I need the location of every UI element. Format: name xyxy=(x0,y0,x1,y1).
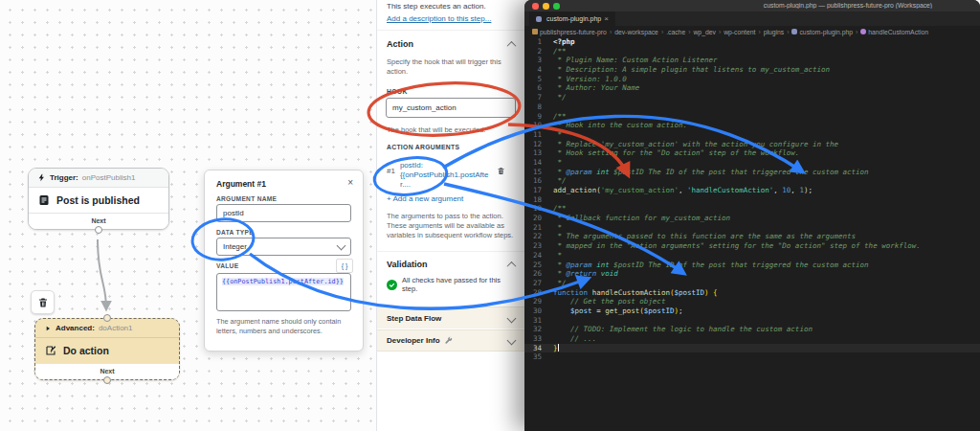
window-title: custom-plugin.php — publishpress-future-… xyxy=(524,2,980,9)
breadcrumb-item[interactable]: custom-plugin.php xyxy=(791,29,853,35)
breadcrumb-item[interactable]: dev-workspace xyxy=(614,29,658,35)
do-action-node-title: Advanced: xyxy=(56,324,95,332)
trigger-node-id: onPostPublish1 xyxy=(82,173,136,182)
tab-bar: custom-plugin.php × xyxy=(524,11,980,26)
code-editor[interactable]: 1<?php2/**3 * Plugin Name: Custom Action… xyxy=(524,37,980,431)
collapse-triangle-icon xyxy=(44,325,52,332)
action-arguments-label: ACTION ARGUMENTS xyxy=(387,144,515,150)
developer-info-section[interactable]: Developer Info xyxy=(377,329,524,352)
code-line[interactable]: 16 */ xyxy=(524,176,980,186)
delete-node-button[interactable] xyxy=(31,290,55,314)
breadcrumb-item[interactable]: .cache xyxy=(666,29,685,35)
code-line[interactable]: 14 * xyxy=(524,158,980,168)
line-number: 2 xyxy=(524,47,542,57)
argument-edit-link[interactable]: postId:{{onPostPublish1.postAfter.... xyxy=(400,161,492,190)
do-action-icon xyxy=(45,345,56,356)
line-number: 34 xyxy=(524,344,542,353)
chevron-down-icon xyxy=(507,313,517,323)
trigger-node[interactable]: Trigger: onPostPublish1 Post is publishe… xyxy=(28,168,169,230)
code-line[interactable]: 29 // Get the post object xyxy=(524,297,980,306)
do-action-node-body[interactable]: Do action xyxy=(35,338,179,363)
code-line[interactable]: 15 * @param int $postID The ID of the po… xyxy=(524,168,980,177)
code-line[interactable]: 30 $post = get_post($postID); xyxy=(524,306,980,316)
code-line[interactable]: 10 * Hook into the custom action. xyxy=(524,121,980,130)
tab-custom-plugin[interactable]: custom-plugin.php × xyxy=(529,11,615,26)
breadcrumb-item[interactable]: wp-content xyxy=(724,29,755,35)
code-line[interactable]: 27 */ xyxy=(524,279,980,288)
line-number: 35 xyxy=(524,352,542,362)
argument-name-input[interactable] xyxy=(216,204,351,222)
line-number: 24 xyxy=(524,251,542,261)
code-line[interactable]: 21 * xyxy=(524,223,980,233)
add-argument-link[interactable]: + Add a new argument xyxy=(387,194,515,203)
code-line[interactable]: 24 * xyxy=(524,251,980,261)
value-textarea[interactable]: {{onPostPublish1.postAfter.id}} xyxy=(216,273,351,311)
step-inspector-panel: This step executes an action. Add a desc… xyxy=(376,0,524,431)
code-line[interactable]: 6 * Author: Your Name xyxy=(524,83,980,93)
do-action-output-handle[interactable] xyxy=(103,376,111,384)
do-action-node[interactable]: Advanced: doAction1 Do action Next xyxy=(34,318,180,380)
code-line[interactable]: 34} xyxy=(524,344,980,353)
do-action-input-handle[interactable] xyxy=(103,314,111,322)
code-line[interactable]: 4 * Description: A simple plugin that li… xyxy=(524,65,980,75)
code-line[interactable]: 35 xyxy=(524,352,980,362)
code-line[interactable]: 20 * Callback function for my_custom_act… xyxy=(524,214,980,223)
argument-panel-title: Argument #1 xyxy=(216,179,351,189)
code-line[interactable]: 32 // TODO: Implement the logic to handl… xyxy=(524,325,980,334)
code-line[interactable]: 31 xyxy=(524,316,980,326)
code-line[interactable]: 1<?php xyxy=(524,37,980,47)
code-line[interactable]: 23 * mapped in the "Action arguments" se… xyxy=(524,241,980,251)
breadcrumb: publishpress-future-pro›dev-workspace›.c… xyxy=(524,26,980,37)
line-number: 12 xyxy=(524,140,542,149)
divider xyxy=(377,30,524,31)
code-line[interactable]: 28function handleCustomAction($postID) { xyxy=(524,288,980,298)
action-section-header[interactable]: Action xyxy=(387,39,515,49)
line-number: 22 xyxy=(524,232,542,241)
code-line[interactable]: 12 * Replace 'my_custom_action' with the… xyxy=(524,140,980,149)
close-icon[interactable]: × xyxy=(604,14,609,23)
do-action-node-header[interactable]: Advanced: doAction1 xyxy=(35,319,179,338)
line-number: 3 xyxy=(524,56,542,65)
step-data-flow-title: Step Data Flow xyxy=(387,314,441,323)
code-line[interactable]: 19/** xyxy=(524,204,980,214)
hook-label: HOOK xyxy=(387,88,515,95)
line-number: 19 xyxy=(524,204,542,214)
code-line[interactable]: 11 * xyxy=(524,130,980,140)
action-section-description: Specify the hook that will trigger this … xyxy=(387,57,515,77)
breadcrumb-item[interactable]: wp_dev xyxy=(693,29,715,35)
add-description-link[interactable]: Add a description to this step... xyxy=(387,14,515,23)
code-line[interactable]: 22 * The arguments passed to this functi… xyxy=(524,232,980,241)
vscode-titlebar[interactable]: custom-plugin.php — publishpress-future-… xyxy=(524,0,980,11)
validation-section-header[interactable]: Validation xyxy=(387,260,515,269)
screenshot-root: Trigger: onPostPublish1 Post is publishe… xyxy=(0,0,980,431)
developer-info-title: Developer Info xyxy=(387,336,440,345)
breadcrumb-item[interactable]: publishpress-future-pro xyxy=(532,29,607,35)
data-type-select[interactable]: Integer xyxy=(216,238,351,256)
code-line[interactable]: 26 * @return void xyxy=(524,269,980,279)
trigger-output-handle[interactable] xyxy=(95,226,102,234)
code-line[interactable]: 2/** xyxy=(524,47,980,57)
breadcrumb-separator: › xyxy=(610,29,612,35)
breadcrumb-item[interactable]: plugins xyxy=(764,29,785,35)
code-line[interactable]: 9/** xyxy=(524,112,980,122)
code-line[interactable]: 7 */ xyxy=(524,93,980,102)
code-line[interactable]: 5 * Version: 1.0.0 xyxy=(524,75,980,84)
line-number: 20 xyxy=(524,214,542,223)
code-line[interactable]: 13 * Hook setting for the "Do action" st… xyxy=(524,148,980,158)
code-line[interactable]: 25 * @param int $postID The ID of the po… xyxy=(524,261,980,270)
close-icon[interactable]: × xyxy=(347,177,353,188)
hook-input[interactable] xyxy=(386,98,516,118)
code-line[interactable]: 17add_action('my_custom_action', 'handle… xyxy=(524,186,980,195)
trash-icon[interactable] xyxy=(497,167,505,175)
code-line[interactable]: 33 // ... xyxy=(524,334,980,344)
insert-variable-button[interactable]: { } xyxy=(336,259,353,273)
trigger-node-body[interactable]: Post is published xyxy=(29,188,168,213)
step-data-flow-section[interactable]: Step Data Flow xyxy=(377,306,524,329)
step-intro-text: This step executes an action. xyxy=(387,2,515,11)
code-line[interactable]: 8 xyxy=(524,102,980,112)
code-line[interactable]: 18 xyxy=(524,195,980,205)
line-number: 16 xyxy=(524,176,542,186)
trigger-node-title: Trigger: xyxy=(50,173,78,182)
code-line[interactable]: 3 * Plugin Name: Custom Action Listener xyxy=(524,56,980,65)
breadcrumb-item[interactable]: handleCustomAction xyxy=(860,29,928,35)
